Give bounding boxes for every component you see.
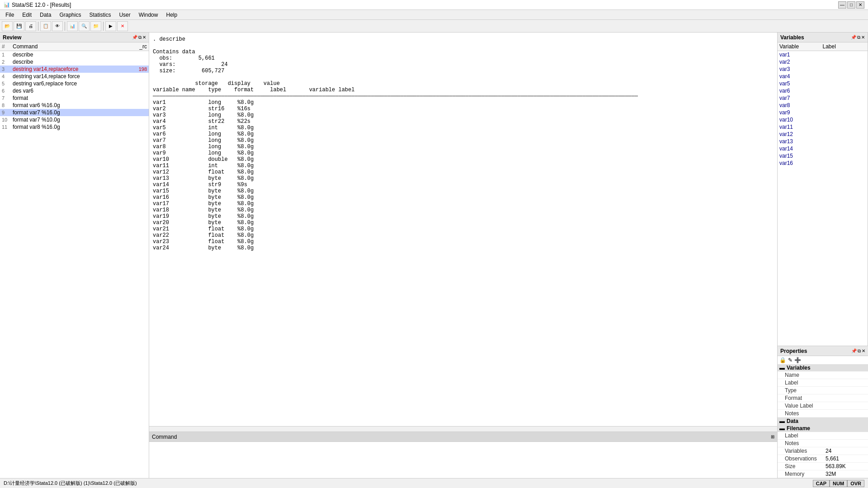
var-row-label [823,160,866,166]
variables-pin-icon[interactable]: 📌 [851,35,856,40]
var-row-name: var13 [779,138,823,145]
variable-row[interactable]: var3 [778,66,868,73]
variable-row[interactable]: var15 [778,152,868,160]
toolbar-data-editor[interactable]: 📊 [67,21,78,31]
variable-row[interactable]: var16 [778,160,868,167]
toolbar-save[interactable]: 💾 [14,21,24,31]
props-variables-group[interactable]: ▬ Variables [778,364,868,371]
toolbar-data-browser[interactable]: 🔍 [79,21,90,31]
var-row-label [823,95,866,101]
close-button[interactable]: ✕ [856,1,864,9]
var-row-name: var16 [779,160,823,166]
menu-graphics[interactable]: Graphics [56,11,85,19]
variable-row[interactable]: var14 [778,145,868,152]
props-field-label: Name [785,372,826,378]
status-badges: CAP NUM OVR [813,480,864,487]
variables-close-icon[interactable]: ✕ [861,35,865,40]
maximize-button[interactable]: □ [847,1,855,9]
review-row[interactable]: 6 des var6 [0,87,149,94]
review-row[interactable]: 4 destring var14,replace force [0,73,149,80]
props-data-group[interactable]: ▬ Data [778,418,868,425]
results-content: . describe Contains data obs: 5,661 vars… [153,36,774,251]
review-row-cmd: format var6 %16.0g [13,102,129,108]
properties-float-icon[interactable]: ⧉ [858,348,861,354]
var-row-name: var6 [779,88,823,94]
toolbar-viewer[interactable]: 👁 [52,21,63,31]
command-input-area[interactable] [149,442,777,478]
props-row: Value Label [778,402,868,410]
props-row: Label [778,432,868,440]
toolbar-open[interactable]: 📂 [2,21,13,31]
command-panel-header: Command ⊞ [149,432,777,442]
props-field-label: Observations [785,455,826,462]
props-filename-group[interactable]: ▬ Filename [778,425,868,432]
review-row-num: 3 [2,66,13,72]
props-field-value [826,440,866,446]
menu-edit[interactable]: Edit [19,11,35,19]
prop-edit-icon[interactable]: ✎ [788,357,793,363]
props-field-value: 24 [826,448,866,454]
var-col-label: Label [823,43,866,50]
review-row-num: 1 [2,52,13,57]
status-cap: CAP [813,480,830,487]
minimize-button[interactable]: — [838,1,846,9]
review-close-icon[interactable]: ✕ [142,35,146,40]
toolbar: 📂 💾 🖨 📋 👁 📊 🔍 📁 ▶ ✕ [0,20,868,33]
var-row-label [823,73,866,80]
review-rows-container: 1 describe 2 describe 3 destring var14,r… [0,51,149,131]
results-scroll-area[interactable]: . describe Contains data obs: 5,661 vars… [149,33,777,426]
properties-pin-icon[interactable]: 📌 [851,348,857,354]
menu-user[interactable]: User [115,11,134,19]
variable-row[interactable]: var4 [778,73,868,80]
review-row[interactable]: 9 format var7 %16.0g [0,109,149,116]
review-row[interactable]: 1 describe [0,51,149,58]
toolbar-do-file[interactable]: ▶ [105,21,116,31]
menu-data[interactable]: Data [36,11,55,19]
variable-row[interactable]: var6 [778,87,868,94]
review-float-icon[interactable]: ⧉ [138,35,142,40]
menu-file[interactable]: File [2,11,18,19]
variable-row[interactable]: var13 [778,138,868,145]
command-panel-icon[interactable]: ⊞ [771,434,774,439]
review-pin-icon[interactable]: 📌 [132,35,137,40]
var-row-label [823,80,866,87]
results-scrollbar[interactable] [149,426,777,432]
review-row[interactable]: 8 format var6 %16.0g [0,102,149,109]
variable-row[interactable]: var5 [778,80,868,87]
props-field-value: 563.89K [826,463,866,469]
review-row[interactable]: 7 format [0,94,149,102]
var-row-label [823,88,866,94]
menu-window[interactable]: Window [135,11,162,19]
props-field-value [826,395,866,401]
variable-row[interactable]: var2 [778,58,868,66]
variable-row[interactable]: var11 [778,123,868,131]
review-row[interactable]: 11 format var8 %16.0g [0,123,149,131]
var-row-name: var12 [779,131,823,137]
review-row[interactable]: 2 describe [0,58,149,66]
status-path: D:\计量经济学\Stata12.0 (已破解版) (1)\Stata12.0 … [4,480,137,487]
menu-help[interactable]: Help [162,11,181,19]
variable-row[interactable]: var8 [778,102,868,109]
toolbar-break[interactable]: ✕ [117,21,128,31]
toolbar-var-manager[interactable]: 📁 [90,21,101,31]
prop-add-icon[interactable]: ➕ [794,357,801,363]
toolbar-log[interactable]: 📋 [40,21,51,31]
review-row[interactable]: 10 format var7 %10.0g [0,116,149,123]
var-row-name: var4 [779,73,823,80]
var-row-label [823,124,866,130]
review-row[interactable]: 5 destring var6,replace force [0,80,149,87]
command-input[interactable] [151,444,775,450]
menu-statistics[interactable]: Statistics [85,11,114,19]
properties-close-icon[interactable]: ✕ [862,348,865,354]
variable-row[interactable]: var12 [778,131,868,138]
variable-row[interactable]: var1 [778,51,868,58]
prop-lock-icon[interactable]: 🔒 [779,357,786,363]
props-field-label: Variables [785,448,826,454]
variable-row[interactable]: var7 [778,94,868,102]
review-row[interactable]: 3 destring var14,replaceforce 198 [0,66,149,73]
toolbar-print[interactable]: 🖨 [25,21,36,31]
variable-row[interactable]: var9 [778,109,868,116]
variables-float-icon[interactable]: ⧉ [857,35,860,40]
variable-row[interactable]: var10 [778,116,868,123]
review-col-rc: _rc [129,43,147,50]
